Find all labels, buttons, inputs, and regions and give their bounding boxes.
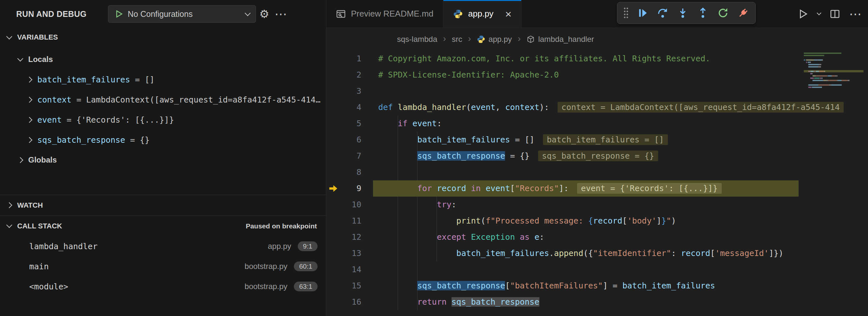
- chevron-down-icon[interactable]: [817, 11, 821, 15]
- gutter-glyph: [326, 164, 341, 180]
- tab-preview-readme[interactable]: Preview README.md: [326, 0, 443, 28]
- gripper-icon[interactable]: [621, 4, 631, 22]
- breadcrumb-item[interactable]: sqs-lambda: [397, 35, 437, 44]
- disconnect-icon[interactable]: [734, 4, 752, 22]
- code-text: try:: [378, 197, 456, 213]
- variable-value: = {}: [125, 135, 150, 145]
- code-line[interactable]: 15 sqs_batch_response["batchItemFailures…: [326, 278, 868, 294]
- code-text: if event:: [378, 116, 442, 132]
- run-and-debug-title: RUN AND DEBUG: [16, 9, 87, 19]
- minimap-line: [804, 57, 864, 59]
- gutter-glyph: [326, 99, 341, 116]
- step-into-icon[interactable]: [674, 4, 692, 22]
- config-dropdown-label: No Configurations: [128, 9, 193, 19]
- code-line[interactable]: 8: [326, 164, 868, 180]
- code-editor: 1# Copyright Amazon.com, Inc. or its aff…: [326, 51, 868, 316]
- code-text: sqs_batch_response = {}sqs_batch_respons…: [378, 148, 658, 164]
- frame-name: <module>: [29, 282, 68, 291]
- continue-icon[interactable]: [633, 4, 652, 22]
- callstack-frame[interactable]: mainbootstrap.py60:1: [0, 256, 326, 277]
- line-number: 3: [341, 83, 361, 99]
- scope-globals[interactable]: Globals: [0, 150, 326, 170]
- variables-section-header[interactable]: VARIABLES: [0, 28, 326, 47]
- breadcrumb: sqs-lambda › src › app.py › lambda_handl…: [326, 28, 868, 51]
- more-icon[interactable]: ⋯: [273, 5, 290, 22]
- step-out-icon[interactable]: [694, 4, 712, 22]
- callstack-list: lambda_handlerapp.py9:1mainbootstrap.py6…: [0, 236, 326, 296]
- code-line[interactable]: 11 print(f"Processed message: {record['b…: [326, 213, 868, 229]
- breadcrumb-item[interactable]: src: [452, 35, 462, 44]
- code-line[interactable]: 2# SPDX-License-Identifier: Apache-2.0: [326, 67, 868, 83]
- code-line[interactable]: 6 batch_item_failures = []batch_item_fai…: [326, 132, 868, 148]
- variable-row[interactable]: context = LambdaContext([aws_request_id=…: [0, 90, 326, 110]
- code-text: print(f"Processed message: {record['body…: [378, 213, 676, 229]
- variable-row[interactable]: batch_item_failures = []: [0, 69, 326, 90]
- frame-line-badge: 9:1: [298, 242, 317, 251]
- minimap-line: [804, 82, 864, 84]
- watch-section-header[interactable]: WATCH: [0, 195, 326, 215]
- minimap-line: [804, 54, 864, 57]
- step-over-icon[interactable]: [654, 4, 672, 22]
- breadcrumb-separator: ›: [518, 34, 521, 44]
- line-number: 4: [341, 99, 361, 116]
- close-icon[interactable]: ×: [505, 8, 512, 20]
- code-text: batch_item_failures.append({"itemIdentif…: [378, 245, 783, 261]
- config-dropdown[interactable]: No Configurations: [108, 5, 256, 23]
- run-icon[interactable]: [797, 8, 808, 20]
- callstack-frame[interactable]: <module>bootstrap.py63:1: [0, 277, 326, 296]
- play-icon: [114, 9, 123, 19]
- variable-row[interactable]: event = {'Records': [{...}]}: [0, 110, 326, 130]
- code-line[interactable]: 4def lambda_handler(event, context):cont…: [326, 99, 868, 116]
- inline-debug-value: context = LambdaContext([aws_request_id=…: [558, 102, 844, 113]
- code-line[interactable]: 12 except Exception as e:: [326, 229, 868, 245]
- breadcrumb-item[interactable]: lambda_handler: [526, 35, 594, 44]
- chevron-down-icon: [6, 33, 12, 39]
- minimap-line: [804, 86, 864, 88]
- code-line[interactable]: 14: [326, 261, 868, 278]
- code-line[interactable]: 9 for record in event["Records"]:event =…: [326, 180, 868, 197]
- gutter-glyph: [326, 51, 341, 67]
- callstack-section-header[interactable]: CALL STACK Paused on breakpoint: [0, 215, 326, 236]
- paused-status: Paused on breakpoint: [246, 222, 319, 230]
- line-number: 2: [341, 67, 361, 83]
- scope-locals[interactable]: Locals: [0, 49, 326, 69]
- code-line[interactable]: 10 try:: [326, 197, 868, 213]
- chevron-right-icon: [26, 76, 32, 83]
- tab-app-py[interactable]: app.py ×: [443, 0, 522, 28]
- variable-value: = []: [130, 75, 154, 84]
- minimap-line: [804, 52, 864, 54]
- variable-name: batch_item_failures: [37, 75, 130, 84]
- code-text: batch_item_failures = []batch_item_failu…: [378, 132, 668, 148]
- chevron-right-icon: [26, 117, 32, 123]
- gutter-glyph: [326, 132, 341, 148]
- gutter-glyph: [326, 245, 341, 261]
- current-stackframe-icon[interactable]: [326, 180, 341, 197]
- gutter-glyph: [326, 229, 341, 245]
- editor-actions: ⋯: [797, 0, 862, 28]
- callstack-frame[interactable]: lambda_handlerapp.py9:1: [0, 236, 326, 256]
- variables-header-label: VARIABLES: [17, 33, 58, 41]
- minimap[interactable]: [804, 52, 864, 88]
- breadcrumb-item[interactable]: app.py: [477, 35, 512, 44]
- line-number: 9: [341, 180, 361, 197]
- code-line[interactable]: 13 batch_item_failures.append({"itemIden…: [326, 245, 868, 261]
- code-line[interactable]: 7 sqs_batch_response = {}sqs_batch_respo…: [326, 148, 868, 164]
- code-line[interactable]: 1# Copyright Amazon.com, Inc. or its aff…: [326, 51, 868, 67]
- line-number: 12: [341, 229, 361, 245]
- code-line[interactable]: 3: [326, 83, 868, 99]
- code-line[interactable]: 16 return sqs_batch_response: [326, 294, 868, 310]
- frame-file: bootstrap.py: [245, 262, 287, 271]
- minimap-content: [804, 52, 864, 88]
- more-icon[interactable]: ⋯: [849, 7, 862, 21]
- variable-row[interactable]: sqs_batch_response = {}: [0, 130, 326, 150]
- chevron-down-icon: [6, 222, 12, 228]
- gutter-glyph: [326, 213, 341, 229]
- restart-icon[interactable]: [714, 4, 732, 22]
- gear-icon[interactable]: ⚙: [256, 5, 273, 22]
- inline-debug-value: sqs_batch_response = {}: [538, 151, 658, 161]
- split-editor-icon[interactable]: [830, 9, 840, 19]
- minimap-line: [804, 59, 864, 61]
- variable-name: sqs_batch_response: [37, 135, 125, 145]
- code-line[interactable]: 5 if event:: [326, 116, 868, 132]
- code-text: sqs_batch_response["batchItemFailures"] …: [378, 278, 715, 294]
